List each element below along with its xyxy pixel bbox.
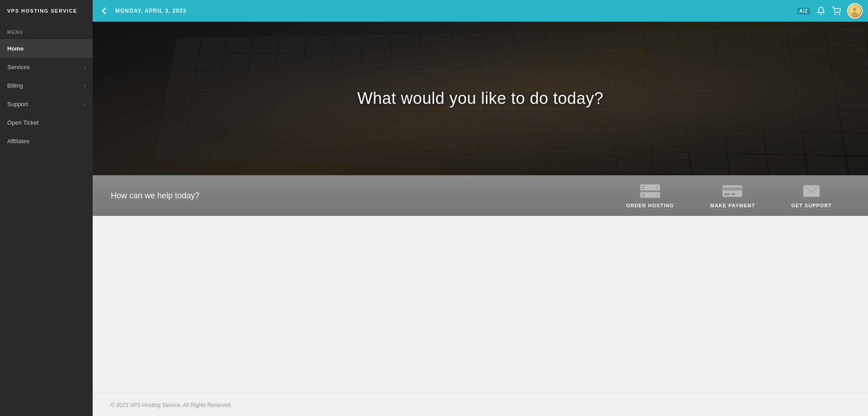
action-bar-label: How can we help today? [111, 191, 199, 201]
svg-rect-6 [642, 186, 645, 187]
sidebar-item-label: Home [7, 45, 24, 52]
action-bar: How can we help today? [93, 175, 868, 216]
svg-point-1 [839, 14, 840, 15]
top-header: VPS HOSTING SERVICE MONDAY, APRIL 3, 202… [0, 0, 868, 22]
sidebar-item-label: Services [7, 64, 30, 70]
bell-icon [816, 6, 826, 15]
sidebar-item-services[interactable]: Services › [0, 58, 93, 76]
header-icons: A/Z [797, 3, 868, 19]
language-button[interactable]: A/Z [797, 8, 810, 14]
svg-rect-17 [724, 193, 730, 195]
svg-rect-15 [722, 185, 742, 197]
chevron-right-icon: › [84, 64, 85, 70]
svg-rect-5 [640, 184, 660, 191]
sidebar-item-support[interactable]: Support › [0, 95, 93, 113]
svg-rect-12 [642, 196, 645, 196]
sidebar-item-label: Support [7, 101, 28, 108]
sidebar-item-label: Billing [7, 82, 23, 89]
cart-icon [832, 6, 841, 15]
svg-point-0 [835, 14, 836, 15]
svg-point-9 [656, 187, 658, 189]
sidebar-item-label: Affiliates [7, 138, 29, 145]
order-hosting-button[interactable]: ORDER HOSTING [626, 183, 674, 208]
content-area: // Generate keyboard keys inline via JS … [93, 22, 868, 416]
make-payment-button[interactable]: MAKE PAYMENT [710, 183, 755, 208]
svg-point-3 [853, 8, 857, 11]
lang-badge: A/Z [797, 8, 810, 14]
get-support-label: GET SUPPORT [791, 203, 832, 208]
user-avatar-button[interactable] [847, 3, 863, 19]
menu-label: MENU [0, 22, 93, 39]
hero-title: What would you like to do today? [357, 89, 603, 108]
sidebar: MENU Home Services › Billing › Support ›… [0, 22, 93, 416]
svg-point-13 [656, 193, 658, 195]
mail-icon [801, 183, 822, 199]
order-hosting-label: ORDER HOSTING [626, 203, 674, 208]
header-nav: MONDAY, APRIL 3, 2023 [93, 7, 797, 15]
payment-icon [722, 183, 743, 199]
sidebar-item-billing[interactable]: Billing › [0, 76, 93, 95]
brand-area: VPS HOSTING SERVICE [0, 0, 93, 22]
main-layout: MENU Home Services › Billing › Support ›… [0, 22, 868, 416]
sidebar-item-label: Open Ticket [7, 119, 38, 126]
footer: © 2023 VPS Hosting Service. All Rights R… [93, 393, 868, 416]
avatar [847, 3, 863, 19]
chevron-right-icon: › [84, 101, 85, 108]
get-support-button[interactable]: GET SUPPORT [791, 183, 832, 208]
server-icon [639, 183, 661, 199]
svg-point-8 [656, 186, 658, 187]
footer-text: © 2023 VPS Hosting Service. All Rights R… [111, 402, 232, 408]
chevron-right-icon: › [84, 83, 85, 89]
hero-banner: // Generate keyboard keys inline via JS … [93, 22, 868, 175]
back-button[interactable] [100, 7, 108, 15]
svg-rect-7 [642, 188, 645, 189]
sidebar-item-home[interactable]: Home [0, 39, 93, 58]
sidebar-item-affiliates[interactable]: Affiliates [0, 132, 93, 150]
sidebar-item-open-ticket[interactable]: Open Ticket [0, 113, 93, 132]
svg-rect-16 [722, 187, 742, 191]
make-payment-label: MAKE PAYMENT [710, 203, 755, 208]
svg-rect-11 [642, 194, 645, 195]
brand-title: VPS HOSTING SERVICE [7, 8, 77, 14]
svg-point-14 [656, 195, 658, 197]
date-label: MONDAY, APRIL 3, 2023 [115, 8, 186, 14]
empty-content [93, 216, 868, 393]
notification-button[interactable] [816, 6, 826, 15]
cart-button[interactable] [832, 6, 841, 15]
action-buttons: ORDER HOSTING MAKE PAYMENT [626, 183, 850, 208]
svg-rect-18 [731, 193, 735, 195]
